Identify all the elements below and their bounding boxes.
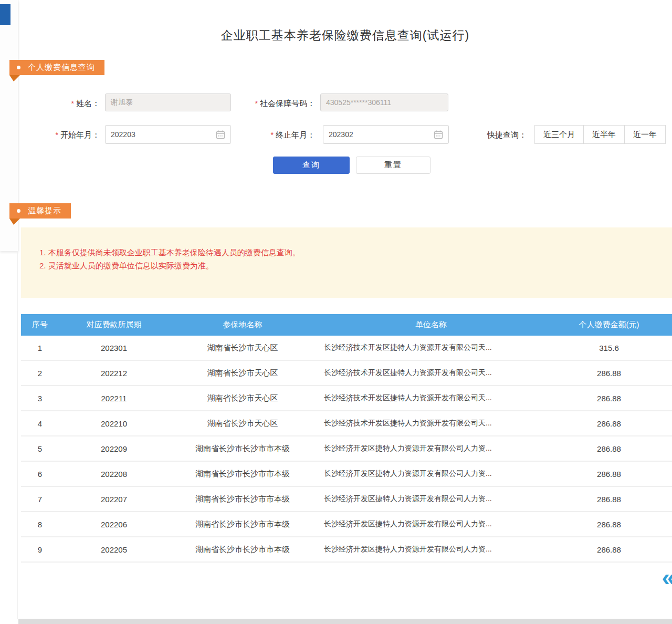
table-cell: 8 [21, 520, 59, 529]
end-date-value: 202302 [329, 130, 434, 139]
name-input: 谢旭泰 [105, 93, 231, 111]
table-row: 6202208湖南省长沙市长沙市市本级长沙经济开发区捷特人力资源开发有限公司人力… [21, 462, 672, 487]
table-cell: 1 [21, 344, 59, 352]
table-cell: 286.88 [546, 545, 672, 554]
table-cell: 湖南省长沙市长沙市市本级 [169, 519, 316, 529]
table-body: 1202301湖南省长沙市天心区长沙经济技术开发区捷特人力资源开发有限公司天..… [21, 336, 672, 563]
start-date-input[interactable]: 202203 [105, 125, 231, 144]
table-cell: 9 [21, 545, 59, 554]
table-cell: 长沙经济开发区捷特人力资源开发有限公司人力资... [316, 519, 546, 529]
required-asterisk: * [271, 131, 274, 139]
table-cell: 湖南省长沙市长沙市市本级 [169, 444, 316, 454]
ssn-label: *社会保障号码： [236, 98, 315, 109]
table-cell: 202207 [59, 495, 169, 504]
name-label: *姓名： [42, 98, 100, 109]
table-cell: 202206 [59, 520, 169, 529]
table-row: 5202209湖南省长沙市长沙市市本级长沙经济开发区捷特人力资源开发有限公司人力… [21, 436, 672, 462]
table-row: 7202207湖南省长沙市长沙市市本级长沙经济开发区捷特人力资源开发有限公司人力… [21, 487, 672, 512]
table-cell: 长沙经济开发区捷特人力资源开发有限公司人力资... [316, 494, 546, 504]
table-row: 1202301湖南省长沙市天心区长沙经济技术开发区捷特人力资源开发有限公司天..… [21, 336, 672, 361]
start-date-value: 202203 [111, 130, 216, 139]
column-header-0: 序号 [21, 320, 59, 330]
quick-query-option-0[interactable]: 近三个月 [534, 125, 584, 144]
end-date-label: *终止年月： [257, 130, 315, 140]
table-cell: 202205 [59, 545, 169, 554]
table-cell: 长沙经济开发区捷特人力资源开发有限公司人力资... [316, 545, 546, 554]
required-asterisk: * [56, 131, 58, 139]
start-date-label-text: 开始年月： [60, 130, 100, 139]
left-border-line [17, 251, 18, 619]
table-cell: 202301 [59, 344, 169, 352]
column-header-3: 单位名称 [316, 320, 546, 330]
table-cell: 6 [21, 470, 59, 479]
quick-query-group: 近三个月近半年近一年 [534, 125, 666, 144]
table-cell: 202211 [59, 394, 169, 403]
tips-box: 1. 本服务仅提供尚未领取企业职工基本养老保险待遇人员的缴费信息查询。 2. 灵… [21, 227, 672, 298]
bullet-icon [17, 209, 20, 213]
ssn-input: 430525******306111 [320, 93, 448, 111]
table-cell: 3 [21, 394, 59, 403]
bottom-scrollbar-strip[interactable] [18, 619, 672, 624]
tips-line: 2. 灵活就业人员的缴费单位信息以实际缴费为准。 [39, 259, 662, 272]
section-badge-tips: 温馨提示 [9, 203, 71, 219]
table-cell: 202210 [59, 419, 169, 428]
table-cell: 4 [21, 419, 59, 428]
reset-button[interactable]: 重置 [356, 157, 430, 174]
table-cell: 湖南省长沙市天心区 [169, 419, 316, 429]
table-row: 8202206湖南省长沙市长沙市市本级长沙经济开发区捷特人力资源开发有限公司人力… [21, 512, 672, 537]
table-cell: 202212 [59, 369, 169, 378]
table-cell: 286.88 [546, 419, 672, 428]
table-cell: 286.88 [546, 520, 672, 529]
end-date-label-text: 终止年月： [276, 130, 315, 139]
table-cell: 286.88 [546, 495, 672, 504]
collapse-chevron-icon[interactable]: « [662, 565, 672, 589]
required-asterisk: * [255, 99, 258, 108]
table-row: 9202205湖南省长沙市长沙市市本级长沙经济开发区捷特人力资源开发有限公司人力… [21, 537, 672, 563]
required-asterisk: * [71, 99, 74, 108]
name-value: 谢旭泰 [111, 98, 225, 107]
table-row: 3202211湖南省长沙市天心区长沙经济技术开发区捷特人力资源开发有限公司天..… [21, 386, 672, 411]
table-cell: 286.88 [546, 369, 672, 378]
ssn-value: 430525******306111 [326, 98, 443, 107]
table-cell: 湖南省长沙市天心区 [169, 343, 316, 353]
table-cell: 湖南省长沙市长沙市市本级 [169, 494, 316, 504]
table-cell: 286.88 [546, 444, 672, 453]
ssn-label-text: 社会保障号码： [260, 99, 315, 108]
page-title: 企业职工基本养老保险缴费信息查询(试运行) [18, 27, 672, 44]
column-header-4: 个人缴费金额(元) [546, 320, 672, 330]
calendar-icon[interactable] [434, 130, 443, 139]
start-date-label: *开始年月： [42, 130, 100, 140]
table-cell: 286.88 [546, 394, 672, 403]
table-cell: 315.6 [546, 344, 672, 352]
payment-table: 序号对应费款所属期参保地名称单位名称个人缴费金额(元) 1202301湖南省长沙… [21, 314, 672, 563]
table-cell: 湖南省长沙市天心区 [169, 368, 316, 378]
quick-query-option-1[interactable]: 近半年 [583, 125, 625, 144]
name-label-text: 姓名： [76, 99, 100, 108]
table-cell: 5 [21, 444, 59, 453]
table-header-row: 序号对应费款所属期参保地名称单位名称个人缴费金额(元) [21, 314, 672, 336]
table-cell: 202209 [59, 444, 169, 453]
column-header-1: 对应费款所属期 [59, 320, 169, 330]
section-badge-personal-query: 个人缴费信息查询 [9, 60, 104, 75]
table-row: 2202212湖南省长沙市天心区长沙经济技术开发区捷特人力资源开发有限公司天..… [21, 361, 672, 386]
table-cell: 长沙经济开发区捷特人力资源开发有限公司人力资... [316, 469, 546, 479]
table-cell: 湖南省长沙市天心区 [169, 393, 316, 403]
quick-query-label: 快捷查询： [487, 130, 530, 140]
calendar-icon[interactable] [216, 130, 225, 139]
table-cell: 长沙经济技术开发区捷特人力资源开发有限公司天... [316, 393, 546, 403]
sidebar-tab[interactable] [0, 4, 10, 25]
table-row: 4202210湖南省长沙市天心区长沙经济技术开发区捷特人力资源开发有限公司天..… [21, 411, 672, 436]
table-cell: 长沙经济技术开发区捷特人力资源开发有限公司天... [316, 419, 546, 428]
column-header-2: 参保地名称 [169, 320, 316, 330]
table-cell: 长沙经济开发区捷特人力资源开发有限公司人力资... [316, 444, 546, 453]
quick-query-option-2[interactable]: 近一年 [624, 125, 666, 144]
tips-line: 1. 本服务仅提供尚未领取企业职工基本养老保险待遇人员的缴费信息查询。 [39, 246, 662, 259]
bullet-icon [17, 66, 20, 69]
end-date-input[interactable]: 202302 [323, 125, 449, 144]
table-cell: 长沙经济技术开发区捷特人力资源开发有限公司天... [316, 343, 546, 352]
table-cell: 7 [21, 495, 59, 504]
query-button[interactable]: 查询 [273, 157, 350, 174]
section-badge-label: 个人缴费信息查询 [28, 63, 95, 72]
table-cell: 长沙经济技术开发区捷特人力资源开发有限公司天... [316, 368, 546, 378]
table-cell: 286.88 [546, 470, 672, 479]
